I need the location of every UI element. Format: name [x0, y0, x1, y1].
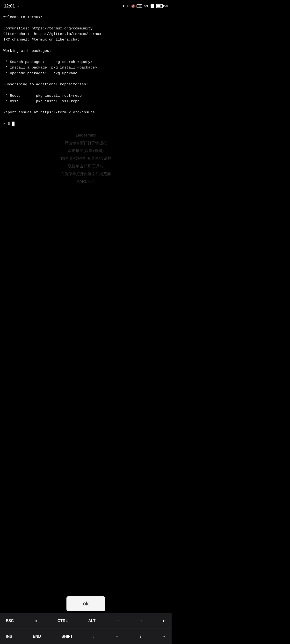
- watermark-line3: 右(音量-按键)打开菜单/会话栏: [10, 154, 162, 162]
- colon-key[interactable]: :: [91, 634, 96, 640]
- battery-level: 59: [164, 4, 168, 8]
- battery-fill: [157, 5, 161, 7]
- pkg-install-cmd: * Install a package: pkg install <packag…: [4, 66, 97, 70]
- left-arrow-key[interactable]: ←: [113, 634, 121, 640]
- right-arrow-key[interactable]: →: [160, 634, 168, 640]
- status-right: ★ ☾ 🔇 HD 5G ▐▊ 59: [122, 4, 168, 8]
- time-display: 12:01: [4, 4, 15, 9]
- terminal-content[interactable]: Welcome to Termux! Communities: https://…: [0, 12, 172, 129]
- subscribing-label: Subscribing to additional repositories:: [4, 82, 88, 86]
- network-icon: 5G: [144, 4, 148, 8]
- watermark-line2: 双击最左(音量+按键): [10, 147, 162, 154]
- end-key[interactable]: END: [31, 634, 43, 640]
- terminal-text: Welcome to Termux! Communities: https://…: [4, 14, 168, 127]
- ok-button[interactable]: ok: [66, 596, 105, 611]
- status-bar: 12:01 ♪ ··· ★ ☾ 🔇 HD 5G ▐▊ 59: [0, 0, 172, 12]
- alt-key[interactable]: ALT: [86, 618, 97, 624]
- terminal-cursor: [12, 122, 15, 126]
- welcome-message: Welcome to Termux!: [4, 15, 43, 19]
- shift-key[interactable]: SHIFT: [59, 634, 74, 640]
- watermark-line5: 右侧菜单打开内置文件浏览器: [10, 170, 162, 178]
- working-packages-label: Working with packages:: [4, 49, 51, 53]
- ok-popup: ok: [0, 596, 172, 611]
- mute-icon: 🔇: [131, 4, 135, 8]
- special-keys-row2: INS END SHIFT : ← ↓ →: [0, 628, 172, 644]
- up-arrow-key[interactable]: ↑: [138, 618, 144, 624]
- watermark-line6: AARCH64: [10, 178, 162, 186]
- x11-repo-cmd: * X11: pkg install x11-repo: [4, 99, 79, 104]
- communities-line: Communities: https://termux.org/communit…: [4, 26, 93, 31]
- watermark-line1: 双击命令窗口打开快捷栏: [10, 139, 162, 147]
- more-icon: ···: [21, 4, 25, 8]
- prompt-line: ~ $: [4, 122, 15, 126]
- ins-key[interactable]: INS: [4, 634, 14, 640]
- special-keys-row1: ESC ⇥ CTRL ALT — ↑ ↵: [0, 613, 172, 628]
- hd-badge: HD: [136, 4, 142, 8]
- esc-key[interactable]: ESC: [4, 618, 16, 624]
- pkg-search-cmd: * Search packages: pkg search <query>: [4, 60, 93, 64]
- bluetooth-icon: ★: [122, 4, 125, 8]
- moon-icon: ☾: [127, 4, 130, 8]
- down-arrow-key[interactable]: ↓: [137, 634, 143, 640]
- watermark-line4: 双指单击打开 工具箱: [10, 162, 162, 170]
- watermark-area: ZeroTermux 双击命令窗口打开快捷栏 双击最左(音量+按键) 右(音量-…: [0, 132, 172, 186]
- dash-key[interactable]: —: [114, 618, 122, 624]
- watermark-appname: ZeroTermux: [10, 132, 162, 139]
- bottom-area: ok ESC ⇥ CTRL ALT — ↑ ↵ INS END SHIFT : …: [0, 596, 172, 644]
- status-left: 12:01 ♪ ···: [4, 4, 25, 9]
- report-issues-line: Report issues at https://termux.org/issu…: [4, 110, 95, 114]
- signal-icon: ▐▊: [150, 4, 155, 8]
- tiktok-icon: ♪: [17, 4, 19, 8]
- ctrl-key[interactable]: CTRL: [56, 618, 70, 624]
- tab-key[interactable]: ⇥: [32, 618, 39, 624]
- battery-icon: [156, 4, 163, 8]
- irc-line: IRC channel: #termux on libera.chat: [4, 38, 79, 42]
- pkg-upgrade-cmd: * Upgrade packages: pkg upgrade: [4, 72, 77, 76]
- root-repo-cmd: * Root: pkg install root-repo: [4, 94, 82, 98]
- gitter-line: Gitter chat: https://gitter.im/termux/te…: [4, 32, 101, 36]
- enter-key[interactable]: ↵: [161, 618, 168, 624]
